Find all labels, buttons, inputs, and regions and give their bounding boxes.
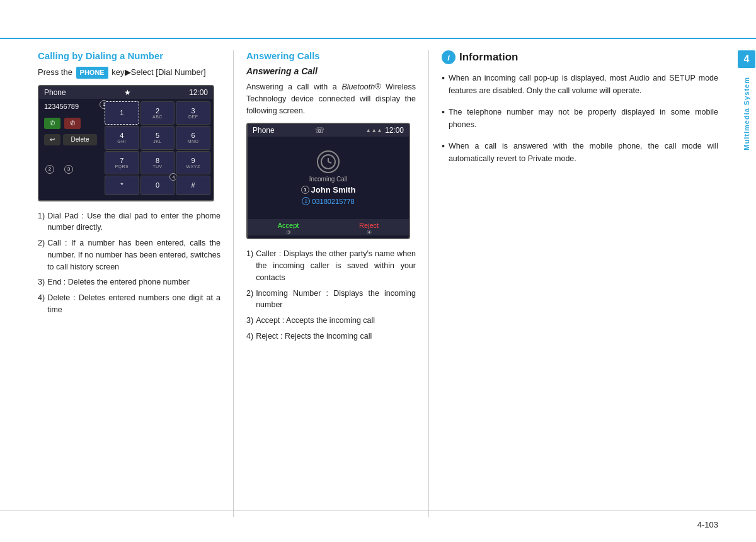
main-content: Calling by Dialing a Number Press the PH… <box>38 50 718 517</box>
caller-name-text: John Smith <box>311 185 356 195</box>
marker2-area: 2 <box>45 165 54 174</box>
reject-num: ④ <box>367 229 372 235</box>
bullet-text-3: When a call is answered with the mobile … <box>449 140 718 165</box>
dial-key-hash: # <box>176 176 210 195</box>
col1-list: 1) Dial Pad : Use the dial pad to enter … <box>38 210 220 316</box>
dial-key-7: 7 PQRS <box>105 151 139 175</box>
accept-label: Accept <box>278 222 299 229</box>
caller-name-row: 1 John Smith <box>301 185 356 195</box>
call-status-icon: ☏ <box>315 126 324 135</box>
col2-list-item-1: 1) Caller : Displays the other party's n… <box>246 248 416 283</box>
chapter-label: Multimedia System <box>743 77 750 150</box>
bottom-line <box>0 510 756 511</box>
action-row: ✆ ✆ <box>44 118 97 129</box>
section-title-answering: Answering Calls <box>246 50 416 61</box>
svg-line-2 <box>328 162 331 163</box>
dial-key-1: 1 <box>105 101 139 125</box>
dial-key-5: 5 JKL <box>140 126 175 150</box>
end-icon: ✆ <box>70 120 75 127</box>
caller-number-text: 03180215778 <box>312 198 354 205</box>
dial-key-8: 8 TUV <box>140 151 175 175</box>
bottom-buttons: ↩ Delete <box>44 134 97 145</box>
incoming-screen: Phone ☏ ▲▲▲ 12:00 Incoming Call 1 <box>246 123 410 239</box>
bluetooth-text: Bluetooth® <box>341 82 381 91</box>
bt-icon: ★ <box>124 88 131 97</box>
bullet-dot-1: • <box>442 72 445 97</box>
page-sidebar: 4 Multimedia System <box>737 50 756 542</box>
phone-title: Phone <box>44 88 66 97</box>
col2-list-item-4: 4) Reject : Rejects the incoming call <box>246 330 416 342</box>
dial-key-3: 3 DEF <box>176 101 210 125</box>
info-bullet-1: • When an incoming call pop-up is displa… <box>442 72 718 97</box>
intro-text: Press the PHONE key▶Select [Dial Number] <box>38 66 220 79</box>
list-item-1: 1) Dial Pad : Use the dial pad to enter … <box>38 210 220 234</box>
press-text: Press the <box>38 67 72 77</box>
call-icon: ✆ <box>50 120 55 127</box>
list-item-4: 4) Delete : Deletes entered numbers one … <box>38 292 220 316</box>
dial-key-0: 0 4 <box>140 176 175 195</box>
phone-screen-header: Phone ★ 12:00 <box>39 86 213 99</box>
list-item-3: 3) End : Deletes the entered phone numbe… <box>38 276 220 288</box>
incoming-header: Phone ☏ ▲▲▲ 12:00 <box>248 124 409 137</box>
col3-information: i Information • When an incoming call po… <box>428 50 718 517</box>
subsection-title-answering: Answering a Call <box>246 66 416 76</box>
number-display: 123456789 <box>44 103 97 110</box>
caller-marker1: 1 <box>301 186 309 194</box>
dial-key-9: 9 WXYZ <box>176 151 210 175</box>
info-title-row: i Information <box>442 50 718 64</box>
reject-section: Reject ④ <box>359 222 379 233</box>
back-button: ↩ <box>44 134 60 145</box>
marker3-area: 3 <box>64 165 73 174</box>
incoming-phone-title: Phone <box>253 126 275 135</box>
accept-num: ③ <box>286 229 291 235</box>
col2-answering: Answering Calls Answering a Call Answeri… <box>233 50 428 517</box>
rest-text: key▶Select [Dial Number] <box>112 67 205 77</box>
reject-label: Reject <box>359 222 379 229</box>
page-number: 4-103 <box>697 520 718 529</box>
dial-key-star: * <box>105 176 139 195</box>
bullet-text-2: The telephone number may not be properly… <box>449 106 718 131</box>
col2-list-item-3: 3) Accept : Accepts the incoming call <box>246 315 416 327</box>
info-bullet-3: • When a call is answered with the mobil… <box>442 140 718 165</box>
incoming-body: Incoming Call 1 John Smith 2 03180215778 <box>248 137 409 219</box>
bullet-text-1: When an incoming call pop-up is displaye… <box>449 72 718 97</box>
phone-screen-col1: Phone ★ 12:00 123456789 ✆ ✆ <box>38 85 214 201</box>
phone-key-label: PHONE <box>76 67 108 79</box>
bullet-dot-3: • <box>442 140 445 165</box>
delete-button: Delete <box>63 134 97 145</box>
accept-section: Accept ③ <box>278 222 299 233</box>
info-bullet-2: • The telephone number may not be proper… <box>442 106 718 131</box>
col1-calling: Calling by Dialing a Number Press the PH… <box>38 50 233 517</box>
chapter-number: 4 <box>738 50 755 68</box>
dial-pad: 1 2 ABC 3 DEF 4 GHI 5 <box>102 99 213 198</box>
info-title-text: Information <box>459 51 518 64</box>
incoming-footer: Accept ③ Reject ④ <box>248 219 409 235</box>
phone-left-panel: 123456789 ✆ ✆ ↩ Delete <box>39 99 102 198</box>
incoming-call-label: Incoming Call <box>309 176 348 183</box>
info-icon: i <box>442 50 455 64</box>
time-signal: ▲▲▲ 12:00 <box>365 126 404 135</box>
signal-icon: ▲▲▲ <box>365 127 382 133</box>
caller-marker2: 2 <box>302 197 310 205</box>
col2-list-item-2: 2) Incoming Number : Displays the incomi… <box>246 288 416 312</box>
incoming-time: 12:00 <box>385 126 404 135</box>
end-button: ✆ <box>64 118 81 129</box>
phone-screen-body: 123456789 ✆ ✆ ↩ Delete <box>39 99 213 198</box>
marker3: 3 <box>64 165 73 174</box>
dial-key-2: 2 ABC <box>140 101 175 125</box>
call-button: ✆ <box>44 118 60 129</box>
section-title-calling: Calling by Dialing a Number <box>38 50 220 61</box>
marker2: 2 <box>45 165 54 174</box>
top-border <box>0 38 756 39</box>
clock-icon <box>317 150 340 173</box>
list-item-2: 2) Call : If a number has been entered, … <box>38 237 220 273</box>
answering-intro: Answering a call with a Bluetooth® Wirel… <box>246 81 416 116</box>
dial-key-6: 6 MNO <box>176 126 210 150</box>
time-display: 12:00 <box>189 88 208 97</box>
dial-key-4: 4 GHI <box>105 126 139 150</box>
caller-number-row: 2 03180215778 <box>302 197 354 205</box>
col2-list: 1) Caller : Displays the other party's n… <box>246 248 416 342</box>
bullet-dot-2: • <box>442 106 445 131</box>
